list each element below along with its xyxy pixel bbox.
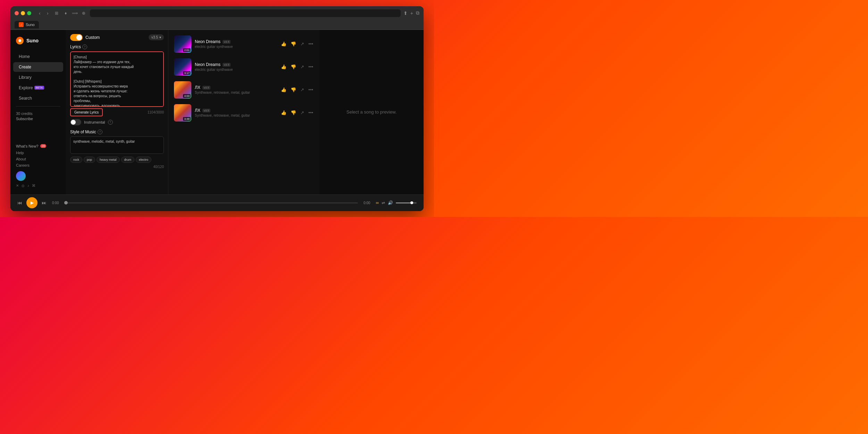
volume-icon[interactable]: 🔊: [388, 200, 393, 205]
generate-lyrics-button[interactable]: Generate Lyrics: [70, 108, 103, 116]
song-item-4[interactable]: 3:48 ЛХ v3.5 Synthwave, retrowave, metal…: [168, 101, 319, 124]
tag-pop[interactable]: pop: [84, 157, 95, 163]
search-label: Search: [19, 96, 32, 101]
close-button[interactable]: [15, 11, 19, 15]
progress-bar[interactable]: [64, 202, 358, 203]
toggle-thumb: [76, 35, 82, 40]
subscribe-button[interactable]: Subscribe: [16, 116, 60, 122]
tag-heavy-metal[interactable]: heavy metal: [97, 157, 120, 163]
custom-label: Custom: [85, 35, 100, 40]
browser-icons: ⊞ ♦ ⟹ ⊕: [53, 10, 87, 17]
sidebar-toggle-icon[interactable]: ⊞: [53, 10, 60, 17]
help-link[interactable]: Help: [16, 150, 60, 156]
more-button-4[interactable]: •••: [308, 109, 314, 116]
chevron-down-icon: ▾: [159, 35, 161, 39]
volume-slider[interactable]: [396, 202, 417, 203]
extension-icon-1[interactable]: ♦: [62, 10, 69, 17]
tiktok-icon[interactable]: ♪: [27, 184, 29, 187]
browser-actions: ⬆ + ⧉: [403, 10, 419, 16]
like-button-1[interactable]: 👍: [280, 41, 287, 47]
back-button[interactable]: ‹: [37, 10, 43, 17]
style-textarea[interactable]: synthwave, melodic, metal, synth, guitar: [70, 136, 164, 154]
share-button-3[interactable]: ↗: [300, 86, 305, 93]
song-item-3[interactable]: 4:00 ЛХ v3.5 Synthwave, retrowave, metal…: [168, 78, 319, 101]
song-genre-4: Synthwave, retrowave, metal, guitar: [195, 114, 277, 117]
careers-link[interactable]: Careers: [16, 162, 60, 168]
tag-rock[interactable]: rock: [70, 157, 82, 163]
version-selector[interactable]: v3.5 ▾: [149, 34, 164, 40]
active-tab[interactable]: ♪ Suno: [15, 21, 39, 28]
share-button-4[interactable]: ↗: [300, 109, 305, 116]
twitter-icon[interactable]: ✕: [16, 184, 19, 187]
instrumental-help-icon[interactable]: ?: [108, 120, 113, 125]
share-icon[interactable]: ⬆: [403, 10, 408, 16]
sidebar-item-explore[interactable]: Explore BETA: [13, 83, 63, 93]
tag-electro[interactable]: electro: [136, 157, 151, 163]
avatar[interactable]: [16, 171, 26, 181]
logo-text: Suno: [26, 38, 39, 43]
like-button-3[interactable]: 👍: [280, 86, 287, 93]
play-pause-button[interactable]: ▶: [26, 197, 37, 208]
forward-button[interactable]: ›: [45, 10, 51, 17]
lyrics-textarea[interactable]: [Chorus] Лайфхакер — это издание для тех…: [70, 51, 164, 107]
share-button-2[interactable]: ↗: [300, 64, 305, 70]
about-link[interactable]: About: [16, 156, 60, 162]
like-button-4[interactable]: 👍: [280, 109, 287, 116]
song-name-4: ЛХ: [195, 108, 200, 113]
sidebar-item-search[interactable]: Search: [13, 93, 63, 103]
style-label: Style of Music ?: [70, 130, 164, 134]
dislike-button-4[interactable]: 👎: [290, 109, 297, 116]
tab-bar: ♪ Suno: [10, 20, 424, 30]
instagram-icon[interactable]: ◎: [22, 184, 25, 187]
titlebar: ‹ › ⊞ ♦ ⟹ ⊕ suno.com ⬆ + ⧉: [10, 6, 424, 20]
new-tab-icon[interactable]: +: [410, 10, 413, 16]
more-button-2[interactable]: •••: [308, 64, 314, 70]
discord-icon[interactable]: ⌘: [32, 184, 35, 187]
infinity-icon[interactable]: ∞: [376, 200, 379, 205]
instrumental-label: Instrumental: [84, 120, 105, 124]
extension-icon-3[interactable]: ⊕: [80, 10, 87, 17]
song-actions-3: 👍 👎 ↗ •••: [280, 86, 314, 93]
lyrics-footer: Generate Lyrics 1104/3000: [70, 108, 164, 116]
explore-label: Explore: [19, 85, 33, 90]
custom-toggle[interactable]: [70, 34, 83, 41]
sidebar-item-create[interactable]: Create: [13, 62, 63, 72]
progress-dot: [64, 201, 68, 205]
lyrics-header: Lyrics ?: [70, 44, 164, 49]
like-button-2[interactable]: 👍: [280, 64, 287, 70]
song-duration-3: 4:00: [183, 94, 191, 98]
minimize-button[interactable]: [21, 11, 25, 15]
sidebar-item-home[interactable]: Home: [13, 52, 63, 61]
traffic-lights: [15, 11, 31, 15]
skip-forward-button[interactable]: ⏭: [42, 200, 47, 206]
song-info-3: ЛХ v3.5 Synthwave, retrowave, metal, gui…: [195, 85, 277, 94]
more-button-3[interactable]: •••: [308, 86, 314, 93]
song-item-2[interactable]: 3:17 Neon Dreams v3.5 electric guitar sy…: [168, 56, 319, 78]
share-button-1[interactable]: ↗: [300, 41, 305, 47]
lyrics-help-icon[interactable]: ?: [82, 44, 87, 49]
song-actions-1: 👍 👎 ↗ •••: [280, 41, 314, 47]
skip-back-button[interactable]: ⏮: [17, 200, 22, 206]
extension-icon-2[interactable]: ⟹: [71, 10, 78, 17]
more-button-1[interactable]: •••: [308, 41, 314, 47]
instrumental-toggle[interactable]: [70, 119, 81, 125]
whats-new-button[interactable]: What's New? 20: [16, 144, 60, 148]
song-name-2: Neon Dreams: [195, 62, 220, 67]
dislike-button-1[interactable]: 👎: [290, 41, 297, 47]
maximize-button[interactable]: [27, 11, 31, 15]
address-bar[interactable]: suno.com: [90, 9, 400, 17]
tabs-icon[interactable]: ⧉: [416, 10, 419, 16]
whats-new-badge: 20: [40, 144, 46, 148]
credits-section: 30 credits Subscribe: [10, 109, 66, 124]
dislike-button-2[interactable]: 👎: [290, 64, 297, 70]
tag-drum[interactable]: drum: [121, 157, 135, 163]
create-panel: Custom v3.5 ▾ Lyrics ? [Chorus] Лайфхаке…: [66, 30, 168, 194]
song-name-3: ЛХ: [195, 85, 200, 90]
shuffle-icon[interactable]: ⇌: [382, 200, 385, 205]
sidebar-divider: [16, 106, 60, 107]
dislike-button-3[interactable]: 👎: [290, 86, 297, 93]
browser-chrome: ‹ › ⊞ ♦ ⟹ ⊕ suno.com ⬆ + ⧉ ♪ Suno: [10, 6, 424, 30]
sidebar-item-library[interactable]: Library: [13, 73, 63, 82]
style-help-icon[interactable]: ?: [98, 130, 102, 134]
song-item-1[interactable]: 2:01 Neon Dreams v3.5 electric guitar sy…: [168, 33, 319, 56]
